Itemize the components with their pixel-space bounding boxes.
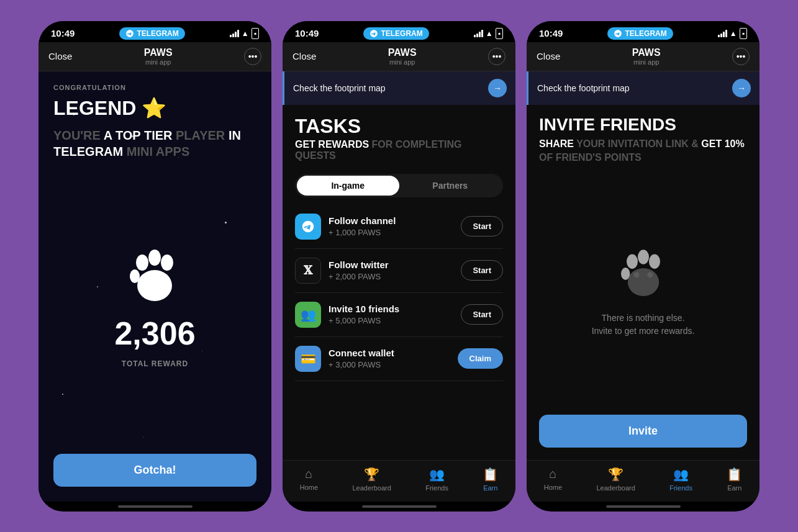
signal-bars-2 xyxy=(474,30,483,37)
svg-point-11 xyxy=(627,268,658,296)
footprint-arrow-2[interactable]: → xyxy=(488,79,507,97)
home-icon-3: ⌂ xyxy=(549,467,556,481)
footprint-banner-3[interactable]: Check the footprint map → xyxy=(527,71,759,105)
telegram-badge-1: TELEGRAM xyxy=(119,27,184,40)
task-start-follow-channel[interactable]: Start xyxy=(461,216,503,237)
tasks-tabs: In-game Partners xyxy=(295,174,503,197)
task-item-follow-channel: Follow channel + 1,000 PAWS Start xyxy=(295,205,503,249)
task-icon-wallet: 💳 xyxy=(295,346,321,372)
app-nav-2: Close PAWS mini app ••• xyxy=(283,42,515,71)
nav-title-sub-3: mini app xyxy=(632,58,661,66)
tasks-header: TASKS GET REWARDS FOR COMPLETING QUESTS xyxy=(283,105,515,166)
paw-placeholder: There is nothing else. Invite to get mor… xyxy=(527,169,759,414)
task-item-invite-friends: 👥 Invite 10 friends + 5,000 PAWS Start xyxy=(295,293,503,337)
total-reward-label: TOTAL REWARD xyxy=(122,359,188,368)
invite-subtitle: SHARE YOUR INVITATION LINK & GET 10% OF … xyxy=(539,137,747,165)
status-bar-1: 10:49 TELEGRAM ▲ ▪ xyxy=(39,21,271,42)
nav-title-main-2: PAWS xyxy=(388,47,417,58)
phone-frame-3: 10:49 TELEGRAM ▲ ▪ Close PAWS mini app •… xyxy=(527,21,759,512)
battery-icon-1: ▪ xyxy=(252,28,259,39)
signal-bar-2 xyxy=(232,34,234,37)
nav-more-2[interactable]: ••• xyxy=(488,48,506,65)
screen1-top-section: CONGRATULATION LEGEND ⭐ YOU'RE A TOP TIE… xyxy=(53,84,256,160)
nav-more-1[interactable]: ••• xyxy=(244,48,261,65)
wifi-icon-3: ▲ xyxy=(730,29,737,38)
telegram-label-1: TELEGRAM xyxy=(137,29,178,38)
bottom-nav-earn-2[interactable]: 📋 Earn xyxy=(483,467,498,492)
status-time-2: 10:49 xyxy=(295,28,319,38)
bottom-nav-earn-3[interactable]: 📋 Earn xyxy=(727,467,742,492)
svg-point-7 xyxy=(627,255,638,269)
task-start-follow-twitter[interactable]: Start xyxy=(461,260,503,281)
svg-point-2 xyxy=(161,255,173,271)
svg-point-6 xyxy=(159,274,165,281)
close-button-1[interactable]: Close xyxy=(48,51,72,61)
bottom-nav-leaderboard-2[interactable]: 🏆 Leaderboard xyxy=(352,467,391,492)
friends-label-2: Friends xyxy=(425,484,448,492)
close-button-3[interactable]: Close xyxy=(537,51,560,61)
invite-subtitle-share: SHARE xyxy=(539,138,576,149)
svg-point-12 xyxy=(633,273,639,278)
task-reward-invite-friends: + 5,000 PAWS xyxy=(329,316,453,325)
signal-bar-3 xyxy=(235,32,237,37)
svg-point-5 xyxy=(144,274,150,281)
task-icon-friends: 👥 xyxy=(295,302,321,328)
tab-ingame[interactable]: In-game xyxy=(297,176,399,196)
svg-point-9 xyxy=(649,255,660,269)
friends-label-3: Friends xyxy=(669,484,692,492)
home-label-3: Home xyxy=(544,484,562,491)
bottom-nav-friends-3[interactable]: 👥 Friends xyxy=(669,467,692,492)
subtitle-bold1: A TOP TIER xyxy=(104,128,173,142)
tasks-title: TASKS xyxy=(295,115,503,138)
telegram-icon-1 xyxy=(125,29,134,38)
task-name-invite-friends: Invite 10 friends xyxy=(329,304,453,314)
task-start-invite-friends[interactable]: Start xyxy=(461,304,503,325)
task-info-follow-channel: Follow channel + 1,000 PAWS xyxy=(329,215,453,237)
home-indicator-3 xyxy=(606,505,681,508)
nav-more-3[interactable]: ••• xyxy=(732,48,750,65)
task-name-connect-wallet: Connect wallet xyxy=(329,348,450,358)
footprint-banner-2[interactable]: Check the footprint map → xyxy=(283,71,515,105)
leaderboard-icon-2: 🏆 xyxy=(364,467,379,482)
x-icon: 𝕏 xyxy=(304,264,312,277)
bottom-nav-home-2[interactable]: ⌂ Home xyxy=(300,467,318,491)
wallet-task-icon: 💳 xyxy=(301,351,316,366)
task-info-connect-wallet: Connect wallet + 3,000 PAWS xyxy=(329,348,450,369)
status-icons-2: ▲ ▪ xyxy=(474,28,503,39)
invite-subtitle-get: GET 10% xyxy=(701,138,744,149)
app-nav-3: Close PAWS mini app ••• xyxy=(527,42,759,71)
bottom-nav-friends-2[interactable]: 👥 Friends xyxy=(425,467,448,492)
leaderboard-label-3: Leaderboard xyxy=(596,484,635,492)
svg-point-13 xyxy=(647,273,653,278)
battery-icon-3: ▪ xyxy=(740,28,747,39)
svg-point-4 xyxy=(137,270,172,301)
legend-subtitle: YOU'RE A TOP TIER PLAYER IN TELEGRAM MIN… xyxy=(53,127,256,160)
invite-button[interactable]: Invite xyxy=(539,415,747,448)
telegram-task-icon xyxy=(301,220,315,233)
footprint-arrow-3[interactable]: → xyxy=(732,79,751,97)
phone-frame-1: 10:49 TELEGRAM ▲ ▪ Close PAWS mini app •… xyxy=(39,21,271,512)
home-label-2: Home xyxy=(300,484,318,491)
task-reward-connect-wallet: + 3,000 PAWS xyxy=(329,360,450,369)
paw-icon-large xyxy=(124,245,186,307)
bottom-nav-leaderboard-3[interactable]: 🏆 Leaderboard xyxy=(596,467,635,492)
home-indicator-2 xyxy=(362,505,437,508)
close-button-2[interactable]: Close xyxy=(292,51,316,61)
reward-number: 2,306 xyxy=(114,315,195,352)
friends-icon-3: 👥 xyxy=(673,467,689,482)
earn-icon-2: 📋 xyxy=(483,467,498,482)
status-icons-3: ▲ ▪ xyxy=(718,28,747,39)
invite-subtitle-rest: OF FRIEND'S POINTS xyxy=(539,152,642,163)
leaderboard-label-2: Leaderboard xyxy=(352,484,391,492)
wifi-icon-2: ▲ xyxy=(486,29,493,38)
legend-title: LEGEND ⭐ xyxy=(53,96,256,120)
task-claim-connect-wallet[interactable]: Claim xyxy=(458,348,503,369)
telegram-icon-3 xyxy=(614,29,622,38)
task-reward-follow-twitter: + 2,000 PAWS xyxy=(329,272,453,281)
screen1-center-section: 2,306 TOTAL REWARD xyxy=(114,245,195,368)
nothing-text-line2: Invite to get more rewards. xyxy=(592,325,695,338)
gotcha-button[interactable]: Gotcha! xyxy=(53,454,256,487)
bottom-nav-home-3[interactable]: ⌂ Home xyxy=(544,467,562,491)
nav-title-1: PAWS mini app xyxy=(144,47,173,66)
tab-partners[interactable]: Partners xyxy=(399,176,502,196)
